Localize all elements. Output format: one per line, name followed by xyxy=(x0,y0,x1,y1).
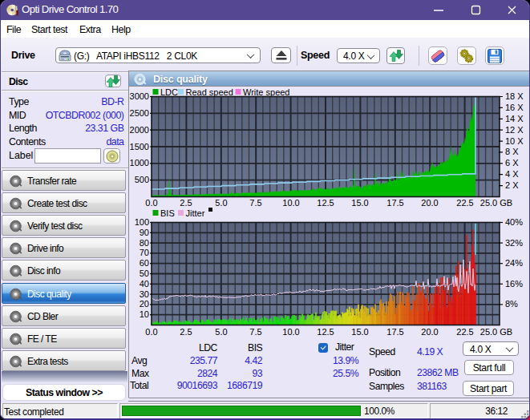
svg-text:LDC: LDC xyxy=(160,87,178,97)
svg-text:16%: 16% xyxy=(505,279,523,289)
svg-text:10 X: 10 X xyxy=(505,136,524,146)
svg-text:Write speed: Write speed xyxy=(243,87,290,97)
svg-text:1000: 1000 xyxy=(130,158,149,168)
svg-text:2 X: 2 X xyxy=(505,180,519,190)
svg-text:2.5: 2.5 xyxy=(180,327,192,337)
svg-text:14 X: 14 X xyxy=(505,114,524,123)
svg-text:40%: 40% xyxy=(505,217,523,227)
svg-text:2500: 2500 xyxy=(130,108,149,118)
svg-text:90: 90 xyxy=(140,228,149,237)
svg-text:80: 80 xyxy=(140,238,149,248)
svg-text:50: 50 xyxy=(140,269,149,278)
svg-text:Jitter: Jitter xyxy=(186,208,205,218)
svg-text:12 X: 12 X xyxy=(505,125,524,135)
svg-text:18 X: 18 X xyxy=(505,91,524,101)
svg-text:BIS: BIS xyxy=(160,208,175,218)
svg-text:22.5: 22.5 xyxy=(456,327,473,337)
svg-text:10: 10 xyxy=(140,309,149,319)
svg-text:25.0 GB: 25.0 GB xyxy=(480,327,512,337)
svg-text:10.0: 10.0 xyxy=(282,327,299,337)
svg-text:0.0: 0.0 xyxy=(145,327,157,337)
svg-text:20: 20 xyxy=(140,299,149,309)
svg-text:70: 70 xyxy=(140,248,149,257)
svg-text:30: 30 xyxy=(140,289,149,299)
svg-text:100: 100 xyxy=(135,217,149,227)
svg-text:7.5: 7.5 xyxy=(249,327,261,337)
svg-text:60: 60 xyxy=(140,258,149,268)
svg-text:500: 500 xyxy=(135,175,149,184)
svg-text:32%: 32% xyxy=(505,238,523,248)
svg-text:3000: 3000 xyxy=(130,91,149,101)
svg-text:17.5: 17.5 xyxy=(386,327,403,337)
svg-text:5.0: 5.0 xyxy=(215,327,227,337)
svg-text:12.5: 12.5 xyxy=(317,327,334,337)
svg-text:8%: 8% xyxy=(505,299,518,309)
svg-text:Read speed: Read speed xyxy=(186,87,233,97)
svg-text:16 X: 16 X xyxy=(505,103,524,112)
svg-text:20.0: 20.0 xyxy=(421,327,438,337)
svg-text:15.0: 15.0 xyxy=(351,327,368,337)
svg-text:8 X: 8 X xyxy=(505,147,519,156)
svg-text:40: 40 xyxy=(140,279,149,289)
svg-text:4 X: 4 X xyxy=(505,169,519,179)
svg-text:2000: 2000 xyxy=(130,125,149,135)
svg-text:24%: 24% xyxy=(505,258,523,268)
svg-text:1500: 1500 xyxy=(130,142,149,151)
svg-text:6 X: 6 X xyxy=(505,158,519,168)
